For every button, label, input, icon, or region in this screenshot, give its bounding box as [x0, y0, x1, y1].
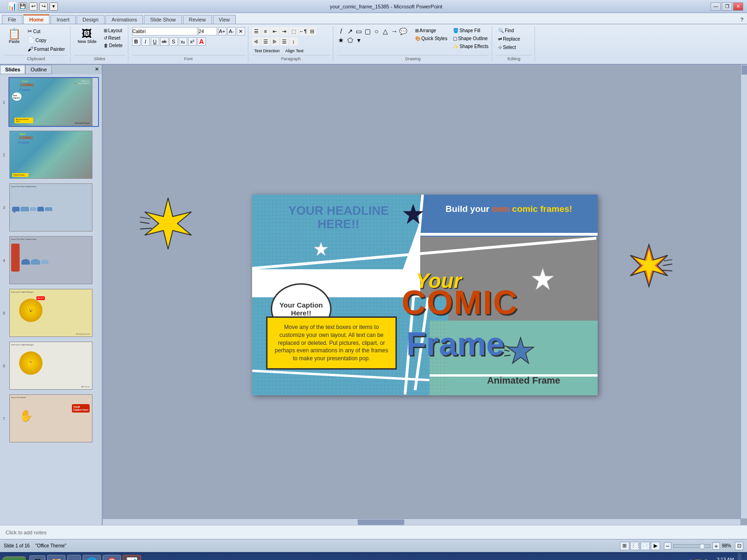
- taskbar-app1-button[interactable]: 🎯: [103, 555, 121, 560]
- shape-outline-button[interactable]: ▢ Shape Outline: [451, 35, 491, 42]
- tab-design[interactable]: Design: [77, 15, 105, 24]
- comic-title-text[interactable]: COMIC: [402, 283, 518, 322]
- build-text[interactable]: Build your own comic frames!: [430, 204, 588, 214]
- taskbar-folder-button[interactable]: 📁: [47, 555, 65, 560]
- zoom-out-button[interactable]: −: [664, 542, 671, 550]
- strikethrough-button[interactable]: ab: [160, 37, 169, 46]
- comic-frame-text[interactable]: Frame: [406, 325, 504, 363]
- rtarrow-shape[interactable]: →: [390, 27, 399, 35]
- help-button[interactable]: ?: [737, 15, 747, 24]
- oval-shape[interactable]: ○: [373, 27, 381, 35]
- subscript-button[interactable]: x₂: [179, 37, 187, 46]
- slide-thumb-1[interactable]: 1 Your COMIC Frame Build yourown comic f…: [8, 77, 99, 127]
- headline-text[interactable]: YOUR HEADLINE HERE!!: [271, 204, 406, 231]
- align-text-button[interactable]: Align Text: [283, 48, 306, 54]
- arrow-shape[interactable]: ↗: [346, 27, 354, 35]
- bold-button[interactable]: B: [132, 37, 141, 46]
- tab-insert[interactable]: Insert: [50, 15, 76, 24]
- italic-button[interactable]: I: [141, 37, 150, 46]
- slide-thumb-7[interactable]: 7 Insert Your Ideas!! ✋ YOURCaption here…: [8, 393, 99, 443]
- zoom-slider[interactable]: [673, 544, 711, 548]
- underline-button[interactable]: U: [151, 37, 159, 46]
- new-slide-button[interactable]: 🖼 New Slide: [74, 27, 100, 46]
- qat-dropdown-button[interactable]: ▾: [49, 2, 58, 11]
- start-button[interactable]: Start: [2, 556, 28, 560]
- slideshow-button[interactable]: ▶: [651, 542, 660, 550]
- restore-button[interactable]: ❐: [722, 2, 732, 11]
- slide-thumb-6[interactable]: 6 Insert your Caption/Images 🤔 Mlt Frame: [8, 341, 99, 391]
- slides-panel-close[interactable]: ✕: [92, 65, 102, 74]
- slides-tab[interactable]: Slides: [0, 65, 25, 74]
- font-size-input[interactable]: [198, 27, 217, 35]
- horizontal-scrollbar[interactable]: [103, 518, 740, 525]
- text-direction-button[interactable]: Text Direction: [252, 48, 282, 54]
- redo-button[interactable]: ↪: [39, 2, 48, 11]
- slide-sorter-button[interactable]: ⋮⋮: [630, 542, 640, 550]
- tab-home[interactable]: Home: [23, 14, 50, 24]
- superscript-button[interactable]: x²: [188, 37, 197, 46]
- shadow-button[interactable]: S: [169, 37, 178, 46]
- bullet-list-button[interactable]: ☰: [252, 27, 261, 35]
- line-spacing-button[interactable]: ↕: [289, 37, 298, 46]
- callout-shape[interactable]: 💬: [399, 27, 408, 35]
- taskbar-media-button[interactable]: ▶: [67, 555, 81, 560]
- tab-view[interactable]: View: [213, 15, 236, 24]
- reading-view-button[interactable]: 📄: [641, 542, 650, 550]
- slide-thumb-4[interactable]: 4 Insert Your Own Caption/Items: [8, 235, 99, 285]
- font-color-button[interactable]: A: [197, 37, 206, 46]
- paste-button[interactable]: 📋 Paste: [5, 27, 24, 46]
- align-left-button[interactable]: ⫷: [252, 37, 261, 46]
- align-center-button[interactable]: ☰: [261, 37, 270, 46]
- justify-button[interactable]: ☰: [280, 37, 289, 46]
- normal-view-button[interactable]: ⊞: [620, 542, 629, 550]
- decrease-font-button[interactable]: A-: [227, 27, 236, 35]
- line-shape[interactable]: /: [337, 27, 345, 35]
- copy-button[interactable]: 📄 Copy: [25, 36, 67, 44]
- tab-file[interactable]: File: [2, 15, 22, 24]
- show-desktop-button[interactable]: [738, 553, 741, 560]
- increase-font-button[interactable]: A+: [218, 27, 226, 35]
- triangle-shape[interactable]: △: [381, 27, 390, 35]
- decrease-indent-button[interactable]: ⇤: [271, 27, 279, 35]
- shape-fill-button[interactable]: 🪣 Shape Fill: [451, 27, 491, 34]
- undo-button[interactable]: ↩: [29, 2, 37, 11]
- more-shapes[interactable]: ▾: [355, 36, 363, 44]
- increase-indent-button[interactable]: ⇥: [280, 27, 289, 35]
- minimize-button[interactable]: —: [711, 2, 721, 11]
- font-name-input[interactable]: [132, 27, 197, 35]
- fit-window-button[interactable]: ⊡: [735, 542, 743, 550]
- vertical-scrollbar[interactable]: [740, 65, 747, 518]
- save-button[interactable]: 💾: [19, 2, 27, 11]
- quick-styles-button[interactable]: 🎨 Quick Styles: [413, 35, 450, 42]
- align-right-button[interactable]: ⫸: [271, 37, 279, 46]
- numbered-list-button[interactable]: ≡: [261, 27, 270, 35]
- arrange-button[interactable]: ⊞ Arrange: [413, 27, 450, 34]
- delete-button[interactable]: 🗑 Delete: [101, 42, 125, 49]
- format-painter-button[interactable]: 🖌 Format Painter: [25, 45, 67, 53]
- star-shape[interactable]: ★: [337, 36, 345, 44]
- tab-slideshow[interactable]: Slide Show: [144, 15, 182, 24]
- replace-button[interactable]: ⇄ Replace: [496, 35, 522, 42]
- find-button[interactable]: 🔍 Find: [496, 27, 516, 34]
- taskbar-explorer-button[interactable]: 🖥: [29, 555, 45, 560]
- close-button[interactable]: ✕: [733, 2, 743, 11]
- zoom-in-button[interactable]: +: [712, 542, 720, 550]
- pentagon-shape[interactable]: ⬠: [346, 36, 354, 44]
- select-button[interactable]: ⊹ Select: [496, 44, 518, 51]
- zoom-thumb[interactable]: [699, 544, 705, 549]
- notes-bar[interactable]: Click to add notes: [0, 525, 747, 539]
- taskbar-browser-button[interactable]: 🌐: [83, 555, 101, 560]
- slide-thumb-2[interactable]: 2 YOUR HEADLINE HERE!! COMIC Your Frame …: [8, 130, 99, 180]
- slide-thumb-3[interactable]: 3 Insert Your Own Caption/Items: [8, 182, 99, 232]
- cut-button[interactable]: ✂ Cut: [25, 27, 67, 35]
- columns-button[interactable]: ⊟: [308, 27, 317, 35]
- layout-button[interactable]: ⊞ Layout: [101, 27, 125, 34]
- rounded-rect-shape[interactable]: ▢: [364, 27, 372, 35]
- smartart-placeholder-button[interactable]: ⬚: [289, 27, 298, 35]
- tab-review[interactable]: Review: [183, 15, 212, 24]
- taskbar-powerpoint-button[interactable]: 📊: [123, 555, 141, 560]
- slide-thumb-5[interactable]: 5 Insert your Caption/Images 😵 WHAT Anim…: [8, 288, 99, 338]
- description-box[interactable]: Move any of the text boxes or items to c…: [266, 316, 397, 370]
- shape-effects-button[interactable]: ✨ Shape Effects: [451, 43, 491, 50]
- rect-shape[interactable]: ▭: [355, 27, 363, 35]
